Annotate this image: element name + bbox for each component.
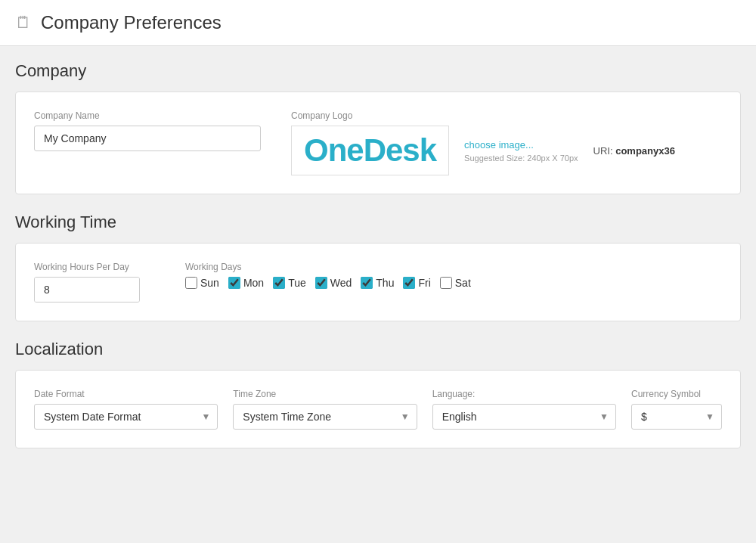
day-label-wed: Wed: [330, 277, 352, 289]
day-checkbox-fri[interactable]: [403, 277, 415, 289]
day-item-wed: Wed: [315, 277, 352, 289]
company-section: Company Company Name Company Logo OneDes…: [15, 61, 741, 194]
currency-wrapper: $ € £ ¥ ▼: [631, 404, 722, 430]
day-item-mon: Mon: [228, 277, 264, 289]
day-label-sun: Sun: [200, 277, 219, 289]
localization-card: Date Format System Date Format MM/DD/YYY…: [15, 370, 741, 448]
date-format-wrapper: System Date Format MM/DD/YYYY DD/MM/YYYY…: [34, 404, 218, 430]
choose-image-link[interactable]: choose image...: [464, 139, 578, 150]
working-time-section: Working Time Working Hours Per Day ▲ ▼: [15, 213, 741, 321]
day-label-sat: Sat: [455, 277, 471, 289]
hours-stepper: ▲ ▼: [34, 277, 140, 303]
logo-container: OneDesk choose image... Suggested Size: …: [291, 126, 722, 175]
day-checkbox-wed[interactable]: [315, 277, 327, 289]
page-header: 🗒 Company Preferences: [0, 0, 756, 46]
day-label-fri: Fri: [418, 277, 430, 289]
day-checkbox-thu[interactable]: [361, 277, 373, 289]
day-checkbox-mon[interactable]: [228, 277, 240, 289]
page-icon: 🗒: [15, 13, 32, 33]
uri-label: URI:: [593, 145, 613, 157]
company-card: Company Name Company Logo OneDesk choose…: [15, 92, 741, 194]
language-wrapper: English French Spanish German ▼: [432, 404, 616, 430]
day-label-mon: Mon: [243, 277, 264, 289]
logo-text: OneDesk: [304, 132, 436, 169]
date-format-label: Date Format: [34, 389, 218, 399]
logo-actions: choose image... Suggested Size: 240px X …: [464, 139, 578, 163]
language-label: Language:: [432, 389, 616, 399]
currency-select[interactable]: $ € £ ¥: [631, 404, 722, 430]
hours-input[interactable]: [35, 278, 140, 302]
day-item-sun: Sun: [185, 277, 219, 289]
suggested-size-text: Suggested Size: 240px X 70px: [464, 154, 578, 163]
company-section-title: Company: [15, 61, 741, 81]
language-select[interactable]: English French Spanish German: [432, 404, 616, 430]
day-label-thu: Thu: [376, 277, 394, 289]
day-item-fri: Fri: [403, 277, 430, 289]
day-checkbox-tue[interactable]: [273, 277, 285, 289]
working-time-fields: Working Hours Per Day ▲ ▼ Working Days: [34, 262, 722, 303]
currency-field: Currency Symbol $ € £ ¥ ▼: [631, 389, 722, 430]
day-checkbox-sat[interactable]: [440, 277, 452, 289]
day-item-sat: Sat: [440, 277, 471, 289]
day-item-thu: Thu: [361, 277, 394, 289]
time-zone-wrapper: System Time Zone UTC EST PST ▼: [233, 404, 417, 430]
company-fields: Company Name Company Logo OneDesk choose…: [34, 110, 722, 175]
day-item-tue: Tue: [273, 277, 306, 289]
time-zone-select[interactable]: System Time Zone UTC EST PST: [233, 404, 417, 430]
hours-field: Working Hours Per Day ▲ ▼: [34, 262, 155, 303]
page-title: Company Preferences: [41, 12, 222, 33]
working-time-card: Working Hours Per Day ▲ ▼ Working Days: [15, 243, 741, 321]
date-format-select[interactable]: System Date Format MM/DD/YYYY DD/MM/YYYY…: [34, 404, 218, 430]
language-field: Language: English French Spanish German …: [432, 389, 616, 430]
time-zone-label: Time Zone: [233, 389, 417, 399]
day-label-tue: Tue: [288, 277, 306, 289]
localization-fields: Date Format System Date Format MM/DD/YYY…: [34, 389, 722, 430]
localization-section: Localization Date Format System Date For…: [15, 340, 741, 448]
uri-container: URI: companyx36: [593, 145, 675, 157]
working-days-label: Working Days: [185, 262, 722, 272]
working-days-field: Working Days Sun Mon: [185, 262, 722, 289]
currency-label: Currency Symbol: [631, 389, 722, 399]
logo-image-box: OneDesk: [291, 126, 449, 175]
company-name-input[interactable]: [34, 126, 261, 151]
company-logo-label: Company Logo: [291, 110, 722, 121]
time-zone-field: Time Zone System Time Zone UTC EST PST ▼: [233, 389, 417, 430]
hours-label: Working Hours Per Day: [34, 262, 155, 272]
company-logo-field: Company Logo OneDesk choose image... Sug…: [291, 110, 722, 175]
date-format-field: Date Format System Date Format MM/DD/YYY…: [34, 389, 218, 430]
working-time-section-title: Working Time: [15, 213, 741, 232]
localization-section-title: Localization: [15, 340, 741, 359]
company-name-label: Company Name: [34, 110, 261, 121]
company-name-field: Company Name: [34, 110, 261, 151]
days-checkboxes: Sun Mon Tue: [185, 277, 722, 289]
day-checkbox-sun[interactable]: [185, 277, 197, 289]
page-content: Company Company Name Company Logo OneDes…: [0, 46, 756, 482]
uri-value: companyx36: [615, 145, 675, 157]
